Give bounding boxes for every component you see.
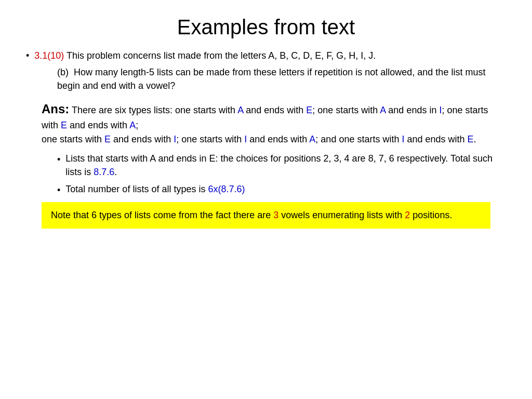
ans-e1: E	[306, 105, 312, 115]
note-text-2: vowels enumerating lists with	[278, 210, 405, 220]
problem-intro: This problem concerns list made from the…	[64, 50, 376, 61]
sub-bullet-2-text: Total number of lists of all types is 6x…	[65, 182, 245, 196]
bullet2-colored: 6x(8.7.6)	[208, 184, 245, 194]
ans-text-13: .	[474, 134, 476, 144]
note-box: Note that 6 types of lists come from the…	[42, 202, 490, 229]
ans-text-3: ; one starts with	[312, 105, 380, 115]
ans-a4: A	[309, 134, 315, 144]
ans-text-9: ; one starts with	[176, 134, 244, 144]
note-text-3: positions.	[410, 210, 452, 220]
bullet2-text: Total number of lists of all types is	[65, 184, 208, 194]
ans-text-10: and ends with	[247, 134, 309, 144]
ans-text-6: and ends with	[67, 120, 129, 130]
sub-bullet-dot-1: •	[57, 153, 60, 166]
ans-text-8: and ends with	[111, 134, 174, 144]
sub-bullet-1-text: Lists that starts with A and ends in E: …	[65, 152, 506, 179]
part-b-label: (b)	[57, 67, 69, 77]
bullet1-text: Lists that starts with A and ends in E: …	[65, 153, 493, 177]
ans-a2: A	[380, 105, 385, 115]
ans-a3: A	[129, 120, 136, 130]
note-2: 2	[405, 210, 410, 220]
problem-section: • 3.1(10) This problem concerns list mad…	[26, 49, 506, 92]
ans-text-1: There are six types lists: one starts wi…	[69, 105, 237, 115]
problem-number: 3.1(10)	[34, 50, 64, 61]
ans-e3: E	[104, 134, 111, 144]
sub-bullet-2: • Total number of lists of all types is …	[57, 182, 506, 197]
ans-one-starts-e: one starts with	[42, 134, 104, 144]
bullet-dot: •	[26, 50, 29, 61]
part-b-text: How many length-5 lists can be made from…	[57, 67, 485, 91]
ans-label: Ans:	[42, 102, 69, 116]
ans-text-4: and ends in	[385, 105, 439, 115]
sub-bullet-1: • Lists that starts with A and ends in E…	[57, 152, 506, 179]
bullet1-end: .	[114, 167, 117, 177]
ans-text-11: ; and one starts with	[315, 134, 402, 144]
part-b: (b) How many length-5 lists can be made …	[57, 65, 506, 92]
sub-bullets-section: • Lists that starts with A and ends in E…	[57, 152, 506, 196]
ans-a1: A	[237, 105, 243, 115]
ans-text-2: and ends with	[243, 105, 306, 115]
page-title: Examples from text	[26, 16, 506, 39]
ans-e2: E	[61, 120, 67, 130]
problem-bullet-item: • 3.1(10) This problem concerns list mad…	[26, 49, 506, 62]
note-text-1: Note that 6 types of lists come from the…	[51, 210, 273, 220]
problem-text: 3.1(10) This problem concerns list made …	[34, 49, 376, 62]
ans-e4: E	[468, 134, 474, 144]
ans-text-12: and ends with	[404, 134, 467, 144]
note-3: 3	[273, 210, 278, 220]
bullet1-colored: 8.7.6	[94, 167, 114, 177]
ans-text-7: ;	[136, 120, 138, 130]
sub-bullet-dot-2: •	[57, 183, 60, 197]
answer-section: Ans: There are six types lists: one star…	[42, 100, 506, 147]
